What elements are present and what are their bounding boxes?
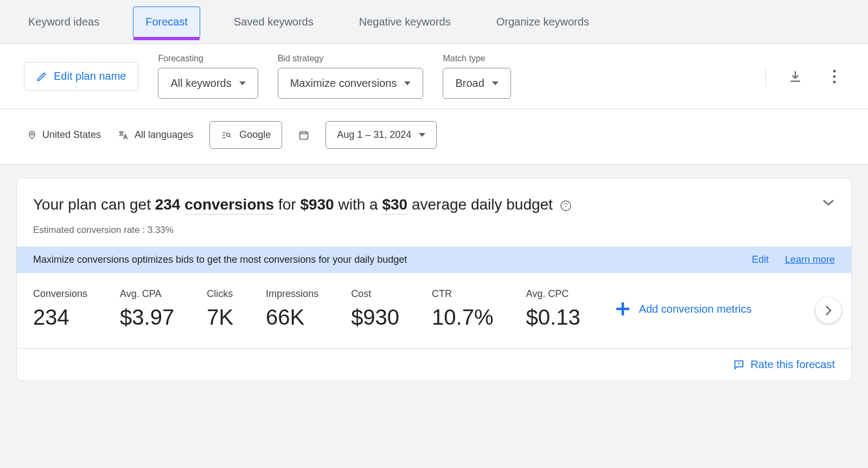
metric-avg-cpc: Avg. CPC $0.13 — [526, 288, 580, 330]
info-strip-text: Maximize conversions optimizes bids to g… — [33, 254, 407, 265]
edit-plan-label: Edit plan name — [54, 70, 126, 83]
bid-strategy-dropdown[interactable]: Maximize conversions — [278, 68, 424, 99]
bid-strategy-value: Maximize conversions — [290, 77, 397, 90]
add-conversion-metrics-button[interactable]: Add conversion metrics — [613, 299, 715, 319]
svg-point-1 — [833, 75, 836, 78]
location-value: United States — [42, 129, 101, 141]
calendar-icon — [298, 130, 309, 141]
filters-row: United States All languages Google Aug 1… — [0, 109, 868, 164]
headline-cost: $930 — [300, 196, 334, 213]
tab-negative-keywords[interactable]: Negative keywords — [347, 7, 463, 37]
forecasting-value: All keywords — [170, 77, 231, 90]
help-icon[interactable]: ? — [560, 200, 571, 211]
location-pin-icon — [27, 129, 37, 141]
metric-conversions: Conversions 234 — [33, 288, 87, 330]
chevron-down-icon — [239, 81, 246, 85]
metric-value: 7K — [207, 305, 233, 330]
headline-budget-input[interactable]: $30 — [382, 196, 407, 214]
edit-plan-name-button[interactable]: Edit plan name — [24, 62, 138, 91]
more-menu-button[interactable] — [825, 67, 844, 86]
collapse-button[interactable] — [822, 193, 835, 206]
tab-forecast[interactable]: Forecast — [133, 7, 200, 37]
language-value: All languages — [135, 129, 193, 141]
tab-saved-keywords[interactable]: Saved keywords — [222, 7, 326, 37]
headline-pre: Your plan can get — [33, 196, 155, 213]
edit-bid-strategy-link[interactable]: Edit — [752, 254, 769, 265]
toolbar-actions — [765, 67, 844, 86]
forecasting-field: Forecasting All keywords — [158, 54, 258, 99]
date-range-value: Aug 1 – 31, 2024 — [337, 129, 411, 141]
metric-impressions: Impressions 66K — [266, 288, 318, 330]
bid-strategy-label: Bid strategy — [278, 54, 424, 64]
metrics-row: Conversions 234 Avg. CPA $3.97 Clicks 7K… — [17, 273, 851, 348]
add-metric-label: Add conversion metrics — [639, 302, 715, 316]
plus-icon — [613, 299, 633, 319]
chevron-down-icon — [404, 81, 411, 85]
metric-label: Conversions — [33, 288, 87, 300]
headline-conversions: 234 — [155, 196, 181, 213]
network-value: Google — [239, 129, 271, 141]
match-type-value: Broad — [455, 77, 484, 90]
forecast-summary-header: Your plan can get 234 conversions for $9… — [17, 178, 851, 225]
metric-value: 10.7% — [432, 305, 493, 330]
bid-strategy-info-strip: Maximize conversions optimizes bids to g… — [17, 246, 851, 273]
settings-panel: Edit plan name Forecasting All keywords … — [0, 43, 868, 165]
metric-label: Avg. CPC — [526, 288, 580, 300]
metric-label: CTR — [432, 288, 493, 300]
metric-label: Cost — [351, 288, 399, 300]
headline-post: average daily budget — [412, 196, 553, 213]
chevron-down-icon — [419, 133, 425, 137]
feedback-icon — [733, 359, 745, 371]
metric-value: $3.97 — [120, 305, 174, 330]
chevron-down-icon — [492, 81, 499, 85]
svg-point-2 — [833, 80, 836, 83]
match-type-field: Match type Broad — [443, 54, 510, 99]
network-filter[interactable]: Google — [209, 121, 282, 149]
forecast-headline: Your plan can get 234 conversions for $9… — [33, 193, 571, 216]
metric-label: Clicks — [207, 288, 233, 300]
forecasting-label: Forecasting — [158, 54, 258, 64]
rate-forecast-link[interactable]: Rate this forecast — [733, 358, 835, 371]
metric-clicks: Clicks 7K — [207, 288, 233, 330]
bid-strategy-field: Bid strategy Maximize conversions — [278, 54, 424, 99]
date-range-picker[interactable]: Aug 1 – 31, 2024 — [326, 121, 437, 149]
headline-for: for — [278, 196, 300, 213]
search-settings-icon — [221, 130, 232, 140]
metric-ctr: CTR 10.7% — [432, 288, 493, 330]
download-button[interactable] — [786, 67, 805, 86]
scroll-right-button[interactable] — [815, 298, 841, 324]
svg-point-0 — [833, 69, 836, 72]
metric-label: Impressions — [266, 288, 318, 300]
tab-organize-keywords[interactable]: Organize keywords — [484, 7, 601, 37]
tab-keyword-ideas[interactable]: Keyword ideas — [16, 7, 111, 37]
pencil-icon — [36, 71, 47, 82]
svg-point-4 — [227, 133, 230, 136]
location-filter[interactable]: United States — [27, 129, 101, 141]
metric-cost: Cost $930 — [351, 288, 399, 330]
plan-toolbar: Edit plan name Forecasting All keywords … — [0, 44, 868, 109]
match-type-label: Match type — [443, 54, 510, 64]
tabs-bar: Keyword ideas Forecast Saved keywords Ne… — [0, 0, 868, 43]
translate-icon — [117, 130, 129, 141]
language-filter[interactable]: All languages — [117, 129, 193, 141]
metric-value: $0.13 — [526, 305, 580, 330]
metric-value: 66K — [266, 305, 318, 330]
headline-metric-dropdown[interactable]: conversions — [184, 196, 274, 214]
learn-more-link[interactable]: Learn more — [785, 254, 835, 265]
match-type-dropdown[interactable]: Broad — [443, 68, 510, 99]
metric-avg-cpa: Avg. CPA $3.97 — [120, 288, 174, 330]
rate-label: Rate this forecast — [750, 358, 835, 371]
svg-point-3 — [31, 132, 33, 135]
forecasting-dropdown[interactable]: All keywords — [158, 68, 258, 99]
svg-rect-5 — [300, 132, 308, 139]
metric-value: 234 — [33, 305, 87, 330]
metric-label: Avg. CPA — [120, 288, 174, 300]
forecast-card: Your plan can get 234 conversions for $9… — [16, 178, 852, 381]
headline-with: with a — [338, 196, 382, 213]
metric-value: $930 — [351, 305, 399, 330]
estimated-conversion-rate: Estimated conversion rate : 3.33% — [17, 225, 851, 246]
card-footer: Rate this forecast — [17, 348, 851, 381]
